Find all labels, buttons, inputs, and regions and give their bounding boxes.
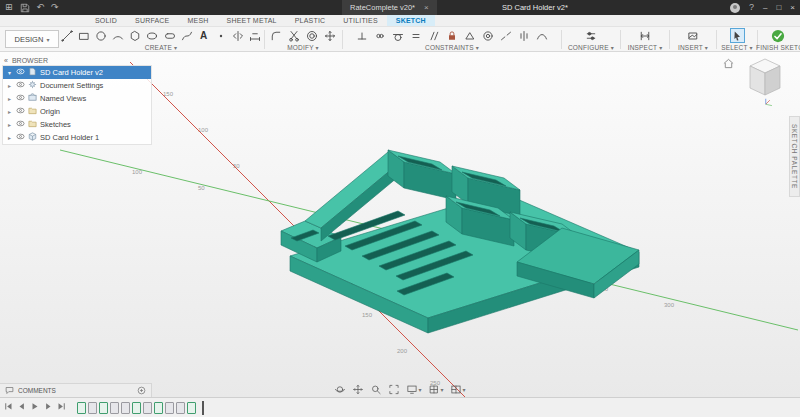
- timeline-skip-end-icon[interactable]: [56, 402, 66, 414]
- visibility-eye-icon[interactable]: [16, 81, 25, 90]
- tab-utilities[interactable]: UTILITIES: [334, 15, 386, 26]
- select-cursor-icon[interactable]: [730, 28, 745, 43]
- zoom-icon[interactable]: [370, 384, 381, 395]
- move-icon[interactable]: [323, 28, 338, 43]
- visibility-eye-icon[interactable]: [16, 68, 25, 77]
- timeline-feature-feature[interactable]: [121, 402, 130, 414]
- tree-root-sd-card-holder[interactable]: ▾ SD Card Holder v2: [3, 66, 151, 79]
- close-button[interactable]: ×: [790, 3, 795, 12]
- user-avatar[interactable]: [730, 3, 740, 13]
- timeline-feature-sketch[interactable]: [77, 402, 86, 414]
- redo-icon[interactable]: ↷: [51, 0, 59, 15]
- orbit-icon[interactable]: [334, 384, 345, 395]
- display-settings-icon[interactable]: ▾: [406, 384, 421, 395]
- tree-item-sketches[interactable]: ▸ Sketches: [3, 118, 151, 131]
- mirror-icon[interactable]: [231, 28, 245, 43]
- home-view-icon[interactable]: [723, 58, 734, 71]
- tree-item-named-views[interactable]: ▸ Named Views: [3, 92, 151, 105]
- expand-arrow-icon[interactable]: ▸: [6, 134, 13, 141]
- tangent-constraint-icon[interactable]: [391, 28, 406, 43]
- point-icon[interactable]: [214, 28, 228, 43]
- collinear-constraint-icon[interactable]: [499, 28, 514, 43]
- undo-icon[interactable]: ↶: [37, 0, 45, 15]
- spline-icon[interactable]: [180, 28, 194, 43]
- browser-header[interactable]: « BROWSER: [2, 56, 152, 65]
- select-group-label[interactable]: SELECT ▾: [719, 44, 755, 51]
- viewport-layout-icon[interactable]: ▾: [451, 384, 466, 395]
- constraints-group-label[interactable]: CONSTRAINTS ▾: [345, 44, 559, 51]
- fit-view-icon[interactable]: [388, 384, 399, 395]
- fix-lock-constraint-icon[interactable]: [445, 28, 460, 43]
- configure-icon[interactable]: [584, 28, 599, 43]
- offset-icon[interactable]: [305, 28, 320, 43]
- help-icon[interactable]: ?: [749, 0, 754, 15]
- tab-surface[interactable]: SURFACE: [126, 15, 178, 26]
- visibility-eye-icon[interactable]: [16, 133, 25, 142]
- tree-item-origin[interactable]: ▸ Origin: [3, 105, 151, 118]
- midpoint-constraint-icon[interactable]: [463, 28, 478, 43]
- insert-canvas-icon[interactable]: [686, 28, 701, 43]
- tab-sketch[interactable]: SKETCH: [387, 15, 435, 26]
- timeline-step-back-icon[interactable]: [17, 402, 27, 414]
- fillet-icon[interactable]: [269, 28, 284, 43]
- modify-group-label[interactable]: MODIFY ▾: [267, 44, 339, 51]
- slot-icon[interactable]: [163, 28, 177, 43]
- expand-arrow-icon[interactable]: ▸: [6, 121, 13, 128]
- collapse-panel-icon[interactable]: «: [4, 57, 8, 64]
- expand-arrow-icon[interactable]: ▸: [6, 108, 13, 115]
- minimize-button[interactable]: –: [763, 3, 767, 12]
- timeline-position-marker[interactable]: [202, 401, 204, 415]
- tree-item-document-settings[interactable]: ▸ Document Settings: [3, 79, 151, 92]
- sketch-dimension-icon[interactable]: [248, 28, 262, 43]
- configure-group-label[interactable]: CONFIGURE ▾: [564, 44, 618, 51]
- timeline-feature-feature[interactable]: [110, 402, 119, 414]
- arc-icon[interactable]: [111, 28, 125, 43]
- symmetry-constraint-icon[interactable]: [517, 28, 532, 43]
- expand-arrow-icon[interactable]: ▸: [6, 82, 13, 89]
- tab-sheet-metal[interactable]: SHEET METAL: [218, 15, 286, 26]
- polygon-icon[interactable]: [128, 28, 142, 43]
- save-icon[interactable]: [20, 3, 30, 13]
- design-workspace-selector[interactable]: DESIGN ▾: [5, 30, 59, 48]
- timeline-feature-sketch[interactable]: [154, 402, 163, 414]
- comments-bar[interactable]: COMMENTS: [0, 383, 152, 397]
- timeline-feature-sketch[interactable]: [132, 402, 141, 414]
- finish-sketch-check-icon[interactable]: [771, 28, 786, 43]
- timeline-feature-feature[interactable]: [88, 402, 97, 414]
- tab-plastic[interactable]: PLASTIC: [286, 15, 335, 26]
- view-cube[interactable]: [740, 54, 790, 100]
- coincident-constraint-icon[interactable]: [373, 28, 388, 43]
- ellipse-icon[interactable]: [145, 28, 159, 43]
- tab-mesh[interactable]: MESH: [178, 15, 217, 26]
- tab-solid[interactable]: SOLID: [86, 15, 126, 26]
- horizontal-vertical-constraint-icon[interactable]: [355, 28, 370, 43]
- text-tool-icon[interactable]: A: [197, 28, 211, 43]
- timeline-play-icon[interactable]: [30, 402, 40, 414]
- timeline-feature-feature[interactable]: [165, 402, 174, 414]
- circle-icon[interactable]: [94, 28, 108, 43]
- curvature-constraint-icon[interactable]: [535, 28, 550, 43]
- timeline-skip-start-icon[interactable]: [4, 402, 14, 414]
- pan-icon[interactable]: [352, 384, 363, 395]
- timeline-feature-sketch[interactable]: [187, 402, 196, 414]
- insert-group-label[interactable]: INSERT ▾: [672, 44, 714, 51]
- timeline-step-forward-icon[interactable]: [43, 402, 53, 414]
- timeline-feature-sketch[interactable]: [99, 402, 108, 414]
- model-sd-card-holder[interactable]: [281, 150, 639, 333]
- expand-arrow-icon[interactable]: ▾: [6, 69, 13, 76]
- tree-item-sd-card-holder-1[interactable]: ▸ SD Card Holder 1: [3, 131, 151, 144]
- equal-constraint-icon[interactable]: [409, 28, 424, 43]
- measure-icon[interactable]: [638, 28, 653, 43]
- add-comment-icon[interactable]: [137, 386, 146, 395]
- trim-icon[interactable]: [287, 28, 302, 43]
- sketch-palette-tab[interactable]: SKETCH PALETTE: [789, 116, 800, 197]
- line-icon[interactable]: [60, 28, 74, 43]
- app-menu-icon[interactable]: ⊞: [5, 0, 13, 15]
- rectangle-icon[interactable]: [77, 28, 91, 43]
- visibility-eye-icon[interactable]: [16, 94, 25, 103]
- parallel-constraint-icon[interactable]: [427, 28, 442, 43]
- tab-close-icon[interactable]: ×: [424, 3, 429, 12]
- timeline-feature-feature[interactable]: [143, 402, 152, 414]
- document-tab[interactable]: RateComplete v20* ×: [342, 0, 437, 15]
- grid-snap-icon[interactable]: ▾: [428, 384, 443, 395]
